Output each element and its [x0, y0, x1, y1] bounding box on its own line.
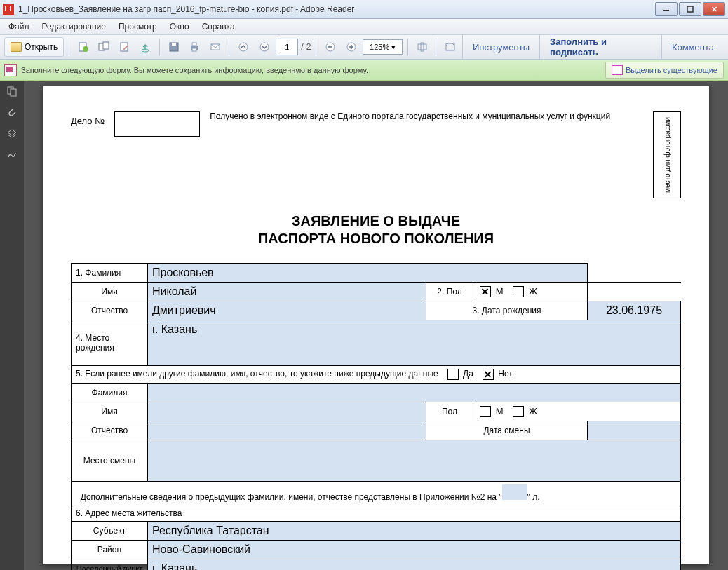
zoom-out-icon[interactable]	[321, 38, 339, 56]
lbl-dob: 3. Дата рождения	[426, 301, 588, 320]
lbl-name: Имя	[72, 283, 148, 301]
title-bar: 1_Просковьев_Заявление на загр пасп_2016…	[0, 0, 728, 19]
field-patronymic[interactable]: Дмитриевич	[148, 301, 426, 320]
svg-point-15	[260, 43, 269, 51]
row-prev-names-q: 5. Если ранее имели другие фамилию, имя,…	[72, 366, 681, 384]
menu-help[interactable]: Справка	[196, 20, 241, 33]
maximize-button[interactable]	[679, 2, 701, 16]
delo-field[interactable]	[114, 111, 200, 137]
field-surname[interactable]: Просковьев	[148, 264, 588, 283]
field-appendix-pages[interactable]	[502, 484, 527, 500]
highlight-icon	[612, 65, 623, 75]
lbl-birthplace: 4. Место рождения	[72, 320, 148, 366]
field-city[interactable]: г. Казань	[148, 559, 681, 571]
checkbox-female[interactable]	[513, 286, 524, 297]
zoom-in-icon[interactable]	[342, 38, 360, 56]
close-button[interactable]: ✕	[703, 2, 725, 16]
zoom-select[interactable]: 125% ▾	[363, 39, 403, 55]
svg-point-14	[239, 43, 248, 51]
lbl-patronymic: Отчество	[72, 301, 148, 320]
portal-text: Получено в электронном виде с Единого по…	[210, 111, 615, 122]
lbl-sex: 2. Пол	[426, 283, 473, 301]
create-pdf-icon[interactable]	[74, 38, 92, 56]
checkbox-male[interactable]	[480, 286, 491, 297]
lbl-city: Населенный пункт	[72, 559, 148, 571]
highlight-fields-button[interactable]: Выделить существующие	[605, 62, 724, 79]
read-mode-icon[interactable]	[441, 38, 459, 56]
lbl-prev-name: Имя	[72, 402, 148, 421]
field-birthplace[interactable]: г. Казань	[148, 320, 681, 366]
field-prev-surname[interactable]	[148, 384, 681, 402]
share-icon[interactable]	[137, 38, 154, 56]
page-up-icon[interactable]	[234, 38, 252, 56]
lbl-prev-surname: Фамилия	[72, 384, 148, 402]
field-prev-name[interactable]	[148, 402, 426, 421]
svg-rect-11	[192, 43, 196, 46]
checkbox-prev-yes[interactable]	[447, 369, 459, 380]
form-table: 1. Фамилия Просковьев Имя Николай 2. Пол…	[71, 263, 681, 570]
checkbox-prev-female[interactable]	[513, 406, 524, 417]
field-dob[interactable]: 23.06.1975	[588, 301, 681, 320]
save-icon[interactable]	[165, 38, 182, 56]
convert-icon[interactable]	[95, 38, 113, 56]
toolbar: Открыть / 2 125% ▾ Инструменты Заполнить…	[0, 35, 728, 60]
page-down-icon[interactable]	[255, 38, 273, 56]
menu-file[interactable]: Файл	[3, 20, 35, 33]
app-icon	[3, 4, 14, 15]
signatures-icon[interactable]	[6, 148, 18, 161]
layers-icon[interactable]	[6, 127, 18, 140]
thumbnails-icon[interactable]	[6, 85, 18, 97]
attachments-icon[interactable]	[6, 106, 18, 118]
lbl-prev-patronymic: Отчество	[72, 421, 148, 440]
field-change-date[interactable]	[588, 421, 681, 440]
delo-label: Дело №	[71, 111, 105, 126]
row-address-header: 6. Адрес места жительства	[72, 505, 681, 522]
folder-icon	[11, 42, 22, 52]
svg-rect-25	[11, 89, 16, 96]
svg-rect-21	[418, 44, 426, 50]
print-icon[interactable]	[185, 38, 203, 56]
tools-panel-button[interactable]: Инструменты	[462, 35, 539, 59]
field-prev-patronymic[interactable]	[148, 421, 426, 440]
checkbox-prev-no[interactable]	[483, 369, 494, 380]
menu-view[interactable]: Просмотр	[113, 20, 163, 33]
checkbox-prev-male[interactable]	[480, 406, 491, 417]
field-subject[interactable]: Республика Татарстан	[148, 522, 681, 541]
lbl-change-place: Место смены	[72, 440, 148, 482]
info-text: Заполните следующую форму. Вы можете сох…	[21, 66, 601, 74]
info-bar: Заполните следующую форму. Вы можете сох…	[0, 60, 728, 81]
menu-edit[interactable]: Редактирование	[36, 20, 112, 33]
svg-rect-1	[687, 6, 693, 12]
menu-bar: Файл Редактирование Просмотр Окно Справк…	[0, 19, 728, 35]
field-prev-sex[interactable]: М Ж	[473, 402, 681, 421]
field-name[interactable]: Николай	[148, 283, 426, 301]
menu-window[interactable]: Окно	[164, 20, 195, 33]
lbl-change-date: Дата смены	[426, 421, 588, 440]
lbl-prev-sex: Пол	[426, 402, 473, 421]
svg-rect-5	[103, 42, 109, 49]
form-title: ЗАЯВЛЕНИЕ О ВЫДАЧЕ ПАСПОРТА НОВОГО ПОКОЛ…	[71, 212, 681, 247]
email-icon[interactable]	[206, 38, 224, 56]
minimize-button[interactable]	[655, 2, 678, 16]
fill-sign-panel-button[interactable]: Заполнить и подписать	[539, 35, 661, 59]
lbl-subject: Субъект	[72, 522, 148, 541]
svg-rect-9	[172, 43, 176, 46]
row-appendix-note: Дополнительные сведения о предыдущих фам…	[72, 482, 681, 505]
page-total: 2	[306, 42, 311, 52]
field-change-place[interactable]	[148, 440, 681, 482]
lbl-surname: 1. Фамилия	[72, 264, 148, 283]
open-label: Открыть	[25, 42, 58, 52]
page-number-input[interactable]	[276, 39, 298, 55]
form-info-icon	[4, 64, 17, 76]
svg-point-3	[83, 46, 88, 52]
field-sex[interactable]: М Ж	[473, 283, 588, 301]
open-button[interactable]: Открыть	[4, 37, 64, 57]
pdf-page: Дело № Получено в электронном виде с Еди…	[43, 86, 709, 564]
lbl-district: Район	[72, 541, 148, 559]
document-viewport[interactable]: Дело № Получено в электронном виде с Еди…	[24, 81, 728, 570]
fit-width-icon[interactable]	[413, 38, 431, 56]
edit-pdf-icon[interactable]	[116, 38, 133, 56]
field-district[interactable]: Ново-Савиновский	[148, 541, 681, 559]
page-sep: /	[301, 42, 303, 52]
comment-panel-button[interactable]: Коммента	[661, 35, 724, 59]
